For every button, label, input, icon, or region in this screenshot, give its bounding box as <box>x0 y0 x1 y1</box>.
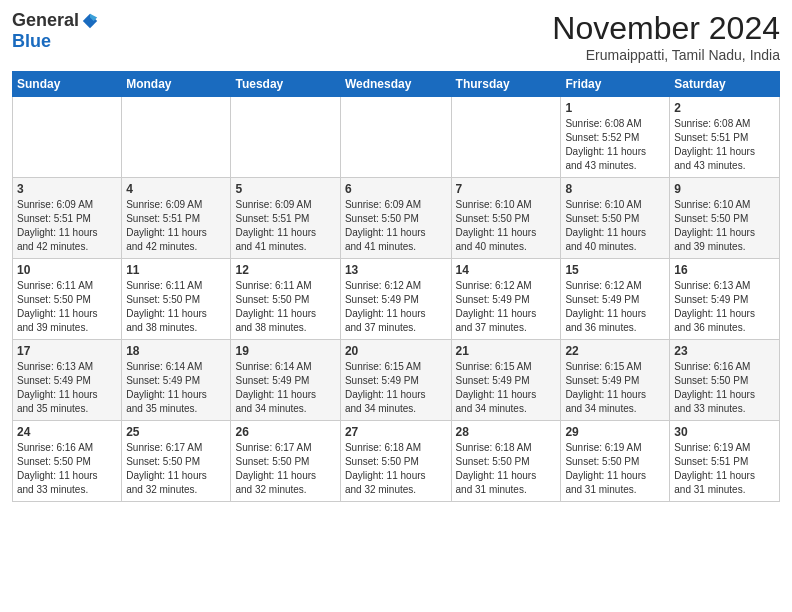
calendar-day-header: Monday <box>122 72 231 97</box>
day-info: Sunrise: 6:11 AM Sunset: 5:50 PM Dayligh… <box>235 279 335 335</box>
logo: General Blue <box>12 10 99 52</box>
day-number: 23 <box>674 344 775 358</box>
day-number: 7 <box>456 182 557 196</box>
logo-icon <box>81 12 99 30</box>
calendar-week-row: 24Sunrise: 6:16 AM Sunset: 5:50 PM Dayli… <box>13 421 780 502</box>
calendar-cell: 19Sunrise: 6:14 AM Sunset: 5:49 PM Dayli… <box>231 340 340 421</box>
calendar-cell: 7Sunrise: 6:10 AM Sunset: 5:50 PM Daylig… <box>451 178 561 259</box>
calendar-cell: 27Sunrise: 6:18 AM Sunset: 5:50 PM Dayli… <box>340 421 451 502</box>
calendar-cell: 18Sunrise: 6:14 AM Sunset: 5:49 PM Dayli… <box>122 340 231 421</box>
day-number: 6 <box>345 182 447 196</box>
day-number: 18 <box>126 344 226 358</box>
calendar-week-row: 1Sunrise: 6:08 AM Sunset: 5:52 PM Daylig… <box>13 97 780 178</box>
calendar-day-header: Sunday <box>13 72 122 97</box>
calendar-cell: 11Sunrise: 6:11 AM Sunset: 5:50 PM Dayli… <box>122 259 231 340</box>
logo-blue-text: Blue <box>12 31 51 52</box>
day-number: 12 <box>235 263 335 277</box>
day-info: Sunrise: 6:12 AM Sunset: 5:49 PM Dayligh… <box>345 279 447 335</box>
day-info: Sunrise: 6:10 AM Sunset: 5:50 PM Dayligh… <box>674 198 775 254</box>
day-info: Sunrise: 6:18 AM Sunset: 5:50 PM Dayligh… <box>345 441 447 497</box>
calendar-cell: 2Sunrise: 6:08 AM Sunset: 5:51 PM Daylig… <box>670 97 780 178</box>
calendar-cell <box>340 97 451 178</box>
day-info: Sunrise: 6:13 AM Sunset: 5:49 PM Dayligh… <box>674 279 775 335</box>
day-number: 14 <box>456 263 557 277</box>
calendar-cell: 14Sunrise: 6:12 AM Sunset: 5:49 PM Dayli… <box>451 259 561 340</box>
day-info: Sunrise: 6:09 AM Sunset: 5:51 PM Dayligh… <box>17 198 117 254</box>
day-info: Sunrise: 6:10 AM Sunset: 5:50 PM Dayligh… <box>565 198 665 254</box>
day-number: 9 <box>674 182 775 196</box>
day-number: 22 <box>565 344 665 358</box>
title-section: November 2024 Erumaippatti, Tamil Nadu, … <box>552 10 780 63</box>
day-info: Sunrise: 6:09 AM Sunset: 5:51 PM Dayligh… <box>126 198 226 254</box>
logo-text: General <box>12 10 99 31</box>
day-number: 24 <box>17 425 117 439</box>
calendar-day-header: Wednesday <box>340 72 451 97</box>
calendar-cell: 1Sunrise: 6:08 AM Sunset: 5:52 PM Daylig… <box>561 97 670 178</box>
calendar-cell: 28Sunrise: 6:18 AM Sunset: 5:50 PM Dayli… <box>451 421 561 502</box>
day-info: Sunrise: 6:10 AM Sunset: 5:50 PM Dayligh… <box>456 198 557 254</box>
calendar-cell: 3Sunrise: 6:09 AM Sunset: 5:51 PM Daylig… <box>13 178 122 259</box>
day-number: 30 <box>674 425 775 439</box>
calendar-cell: 21Sunrise: 6:15 AM Sunset: 5:49 PM Dayli… <box>451 340 561 421</box>
header: General Blue November 2024 Erumaippatti,… <box>12 10 780 63</box>
page-container: General Blue November 2024 Erumaippatti,… <box>0 0 792 512</box>
day-number: 17 <box>17 344 117 358</box>
calendar-cell: 16Sunrise: 6:13 AM Sunset: 5:49 PM Dayli… <box>670 259 780 340</box>
calendar-cell: 23Sunrise: 6:16 AM Sunset: 5:50 PM Dayli… <box>670 340 780 421</box>
calendar-day-header: Friday <box>561 72 670 97</box>
day-info: Sunrise: 6:12 AM Sunset: 5:49 PM Dayligh… <box>565 279 665 335</box>
calendar-cell: 9Sunrise: 6:10 AM Sunset: 5:50 PM Daylig… <box>670 178 780 259</box>
calendar-cell: 20Sunrise: 6:15 AM Sunset: 5:49 PM Dayli… <box>340 340 451 421</box>
calendar-day-header: Tuesday <box>231 72 340 97</box>
day-number: 3 <box>17 182 117 196</box>
day-number: 11 <box>126 263 226 277</box>
day-info: Sunrise: 6:08 AM Sunset: 5:51 PM Dayligh… <box>674 117 775 173</box>
calendar-table: SundayMondayTuesdayWednesdayThursdayFrid… <box>12 71 780 502</box>
day-number: 26 <box>235 425 335 439</box>
day-number: 29 <box>565 425 665 439</box>
calendar-cell: 22Sunrise: 6:15 AM Sunset: 5:49 PM Dayli… <box>561 340 670 421</box>
day-info: Sunrise: 6:14 AM Sunset: 5:49 PM Dayligh… <box>126 360 226 416</box>
calendar-cell <box>451 97 561 178</box>
day-number: 4 <box>126 182 226 196</box>
day-info: Sunrise: 6:18 AM Sunset: 5:50 PM Dayligh… <box>456 441 557 497</box>
day-info: Sunrise: 6:11 AM Sunset: 5:50 PM Dayligh… <box>126 279 226 335</box>
calendar-cell: 15Sunrise: 6:12 AM Sunset: 5:49 PM Dayli… <box>561 259 670 340</box>
day-number: 21 <box>456 344 557 358</box>
day-info: Sunrise: 6:15 AM Sunset: 5:49 PM Dayligh… <box>565 360 665 416</box>
day-info: Sunrise: 6:19 AM Sunset: 5:51 PM Dayligh… <box>674 441 775 497</box>
day-number: 8 <box>565 182 665 196</box>
calendar-cell: 12Sunrise: 6:11 AM Sunset: 5:50 PM Dayli… <box>231 259 340 340</box>
calendar-week-row: 10Sunrise: 6:11 AM Sunset: 5:50 PM Dayli… <box>13 259 780 340</box>
calendar-cell: 30Sunrise: 6:19 AM Sunset: 5:51 PM Dayli… <box>670 421 780 502</box>
calendar-cell: 25Sunrise: 6:17 AM Sunset: 5:50 PM Dayli… <box>122 421 231 502</box>
day-info: Sunrise: 6:14 AM Sunset: 5:49 PM Dayligh… <box>235 360 335 416</box>
day-info: Sunrise: 6:16 AM Sunset: 5:50 PM Dayligh… <box>674 360 775 416</box>
calendar-cell: 5Sunrise: 6:09 AM Sunset: 5:51 PM Daylig… <box>231 178 340 259</box>
day-info: Sunrise: 6:08 AM Sunset: 5:52 PM Dayligh… <box>565 117 665 173</box>
month-title: November 2024 <box>552 10 780 47</box>
calendar-week-row: 17Sunrise: 6:13 AM Sunset: 5:49 PM Dayli… <box>13 340 780 421</box>
calendar-day-header: Saturday <box>670 72 780 97</box>
day-number: 25 <box>126 425 226 439</box>
day-info: Sunrise: 6:12 AM Sunset: 5:49 PM Dayligh… <box>456 279 557 335</box>
logo-general-text: General <box>12 10 79 31</box>
day-info: Sunrise: 6:09 AM Sunset: 5:50 PM Dayligh… <box>345 198 447 254</box>
day-info: Sunrise: 6:17 AM Sunset: 5:50 PM Dayligh… <box>235 441 335 497</box>
calendar-day-header: Thursday <box>451 72 561 97</box>
day-info: Sunrise: 6:15 AM Sunset: 5:49 PM Dayligh… <box>456 360 557 416</box>
day-number: 28 <box>456 425 557 439</box>
calendar-cell <box>231 97 340 178</box>
calendar-header-row: SundayMondayTuesdayWednesdayThursdayFrid… <box>13 72 780 97</box>
day-number: 1 <box>565 101 665 115</box>
day-info: Sunrise: 6:15 AM Sunset: 5:49 PM Dayligh… <box>345 360 447 416</box>
day-number: 10 <box>17 263 117 277</box>
day-info: Sunrise: 6:17 AM Sunset: 5:50 PM Dayligh… <box>126 441 226 497</box>
day-number: 5 <box>235 182 335 196</box>
day-info: Sunrise: 6:16 AM Sunset: 5:50 PM Dayligh… <box>17 441 117 497</box>
calendar-cell: 26Sunrise: 6:17 AM Sunset: 5:50 PM Dayli… <box>231 421 340 502</box>
location: Erumaippatti, Tamil Nadu, India <box>552 47 780 63</box>
day-info: Sunrise: 6:11 AM Sunset: 5:50 PM Dayligh… <box>17 279 117 335</box>
calendar-cell <box>13 97 122 178</box>
calendar-cell: 13Sunrise: 6:12 AM Sunset: 5:49 PM Dayli… <box>340 259 451 340</box>
